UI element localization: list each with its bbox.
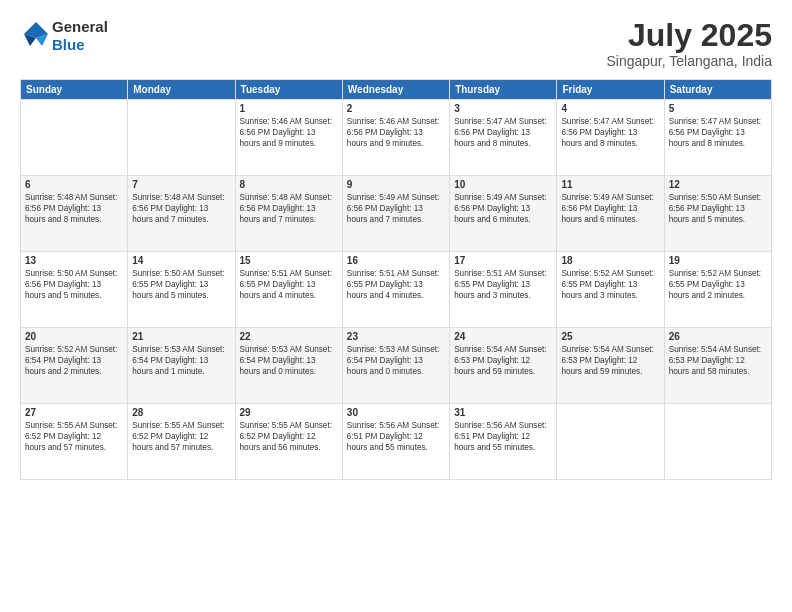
day-detail: Sunrise: 5:54 AM Sunset: 6:53 PM Dayligh… [454,344,552,377]
day-detail: Sunrise: 5:48 AM Sunset: 6:56 PM Dayligh… [240,192,338,225]
calendar-week-row: 27Sunrise: 5:55 AM Sunset: 6:52 PM Dayli… [21,404,772,480]
day-detail: Sunrise: 5:48 AM Sunset: 6:56 PM Dayligh… [25,192,123,225]
table-row: 25Sunrise: 5:54 AM Sunset: 6:53 PM Dayli… [557,328,664,404]
day-detail: Sunrise: 5:47 AM Sunset: 6:56 PM Dayligh… [454,116,552,149]
day-detail: Sunrise: 5:54 AM Sunset: 6:53 PM Dayligh… [669,344,767,377]
table-row: 14Sunrise: 5:50 AM Sunset: 6:55 PM Dayli… [128,252,235,328]
day-detail: Sunrise: 5:47 AM Sunset: 6:56 PM Dayligh… [669,116,767,149]
calendar-page: General Blue July 2025 Singapur, Telanga… [0,0,792,612]
day-number: 2 [347,103,445,114]
table-row [128,100,235,176]
table-row: 3Sunrise: 5:47 AM Sunset: 6:56 PM Daylig… [450,100,557,176]
day-detail: Sunrise: 5:46 AM Sunset: 6:56 PM Dayligh… [240,116,338,149]
table-row: 13Sunrise: 5:50 AM Sunset: 6:56 PM Dayli… [21,252,128,328]
day-detail: Sunrise: 5:55 AM Sunset: 6:52 PM Dayligh… [240,420,338,453]
col-tuesday: Tuesday [235,80,342,100]
day-number: 16 [347,255,445,266]
col-thursday: Thursday [450,80,557,100]
calendar-header-row: Sunday Monday Tuesday Wednesday Thursday… [21,80,772,100]
day-detail: Sunrise: 5:50 AM Sunset: 6:56 PM Dayligh… [25,268,123,301]
day-detail: Sunrise: 5:49 AM Sunset: 6:56 PM Dayligh… [454,192,552,225]
table-row: 10Sunrise: 5:49 AM Sunset: 6:56 PM Dayli… [450,176,557,252]
day-detail: Sunrise: 5:49 AM Sunset: 6:56 PM Dayligh… [561,192,659,225]
table-row: 5Sunrise: 5:47 AM Sunset: 6:56 PM Daylig… [664,100,771,176]
table-row: 27Sunrise: 5:55 AM Sunset: 6:52 PM Dayli… [21,404,128,480]
table-row: 7Sunrise: 5:48 AM Sunset: 6:56 PM Daylig… [128,176,235,252]
table-row: 20Sunrise: 5:52 AM Sunset: 6:54 PM Dayli… [21,328,128,404]
day-detail: Sunrise: 5:55 AM Sunset: 6:52 PM Dayligh… [132,420,230,453]
logo: General Blue [20,18,108,54]
col-saturday: Saturday [664,80,771,100]
table-row: 8Sunrise: 5:48 AM Sunset: 6:56 PM Daylig… [235,176,342,252]
day-number: 20 [25,331,123,342]
calendar-week-row: 20Sunrise: 5:52 AM Sunset: 6:54 PM Dayli… [21,328,772,404]
day-detail: Sunrise: 5:50 AM Sunset: 6:55 PM Dayligh… [132,268,230,301]
day-detail: Sunrise: 5:56 AM Sunset: 6:51 PM Dayligh… [454,420,552,453]
title-month: July 2025 [606,18,772,53]
day-detail: Sunrise: 5:52 AM Sunset: 6:54 PM Dayligh… [25,344,123,377]
table-row: 22Sunrise: 5:53 AM Sunset: 6:54 PM Dayli… [235,328,342,404]
table-row: 2Sunrise: 5:46 AM Sunset: 6:56 PM Daylig… [342,100,449,176]
table-row: 4Sunrise: 5:47 AM Sunset: 6:56 PM Daylig… [557,100,664,176]
day-number: 3 [454,103,552,114]
day-number: 10 [454,179,552,190]
table-row: 12Sunrise: 5:50 AM Sunset: 6:56 PM Dayli… [664,176,771,252]
title-block: July 2025 Singapur, Telangana, India [606,18,772,69]
table-row: 31Sunrise: 5:56 AM Sunset: 6:51 PM Dayli… [450,404,557,480]
table-row: 18Sunrise: 5:52 AM Sunset: 6:55 PM Dayli… [557,252,664,328]
day-number: 9 [347,179,445,190]
logo-icon [20,18,52,50]
table-row: 28Sunrise: 5:55 AM Sunset: 6:52 PM Dayli… [128,404,235,480]
header: General Blue July 2025 Singapur, Telanga… [20,18,772,69]
day-number: 17 [454,255,552,266]
table-row [664,404,771,480]
day-number: 30 [347,407,445,418]
day-detail: Sunrise: 5:51 AM Sunset: 6:55 PM Dayligh… [347,268,445,301]
day-detail: Sunrise: 5:56 AM Sunset: 6:51 PM Dayligh… [347,420,445,453]
table-row: 26Sunrise: 5:54 AM Sunset: 6:53 PM Dayli… [664,328,771,404]
day-number: 27 [25,407,123,418]
day-detail: Sunrise: 5:47 AM Sunset: 6:56 PM Dayligh… [561,116,659,149]
day-number: 13 [25,255,123,266]
day-detail: Sunrise: 5:49 AM Sunset: 6:56 PM Dayligh… [347,192,445,225]
day-number: 29 [240,407,338,418]
table-row: 24Sunrise: 5:54 AM Sunset: 6:53 PM Dayli… [450,328,557,404]
day-number: 21 [132,331,230,342]
table-row: 1Sunrise: 5:46 AM Sunset: 6:56 PM Daylig… [235,100,342,176]
table-row: 9Sunrise: 5:49 AM Sunset: 6:56 PM Daylig… [342,176,449,252]
table-row: 15Sunrise: 5:51 AM Sunset: 6:55 PM Dayli… [235,252,342,328]
day-number: 11 [561,179,659,190]
day-number: 31 [454,407,552,418]
table-row: 21Sunrise: 5:53 AM Sunset: 6:54 PM Dayli… [128,328,235,404]
day-number: 24 [454,331,552,342]
day-number: 19 [669,255,767,266]
col-friday: Friday [557,80,664,100]
day-number: 6 [25,179,123,190]
day-detail: Sunrise: 5:54 AM Sunset: 6:53 PM Dayligh… [561,344,659,377]
day-number: 23 [347,331,445,342]
day-number: 4 [561,103,659,114]
day-detail: Sunrise: 5:53 AM Sunset: 6:54 PM Dayligh… [132,344,230,377]
day-detail: Sunrise: 5:55 AM Sunset: 6:52 PM Dayligh… [25,420,123,453]
table-row [557,404,664,480]
col-sunday: Sunday [21,80,128,100]
day-detail: Sunrise: 5:53 AM Sunset: 6:54 PM Dayligh… [347,344,445,377]
table-row: 19Sunrise: 5:52 AM Sunset: 6:55 PM Dayli… [664,252,771,328]
table-row: 17Sunrise: 5:51 AM Sunset: 6:55 PM Dayli… [450,252,557,328]
day-detail: Sunrise: 5:52 AM Sunset: 6:55 PM Dayligh… [669,268,767,301]
calendar-week-row: 1Sunrise: 5:46 AM Sunset: 6:56 PM Daylig… [21,100,772,176]
table-row: 30Sunrise: 5:56 AM Sunset: 6:51 PM Dayli… [342,404,449,480]
day-number: 15 [240,255,338,266]
day-number: 7 [132,179,230,190]
day-detail: Sunrise: 5:50 AM Sunset: 6:56 PM Dayligh… [669,192,767,225]
table-row: 6Sunrise: 5:48 AM Sunset: 6:56 PM Daylig… [21,176,128,252]
day-detail: Sunrise: 5:51 AM Sunset: 6:55 PM Dayligh… [240,268,338,301]
day-detail: Sunrise: 5:46 AM Sunset: 6:56 PM Dayligh… [347,116,445,149]
day-number: 1 [240,103,338,114]
calendar-table: Sunday Monday Tuesday Wednesday Thursday… [20,79,772,480]
calendar-week-row: 6Sunrise: 5:48 AM Sunset: 6:56 PM Daylig… [21,176,772,252]
day-detail: Sunrise: 5:53 AM Sunset: 6:54 PM Dayligh… [240,344,338,377]
day-number: 26 [669,331,767,342]
day-number: 14 [132,255,230,266]
day-detail: Sunrise: 5:52 AM Sunset: 6:55 PM Dayligh… [561,268,659,301]
